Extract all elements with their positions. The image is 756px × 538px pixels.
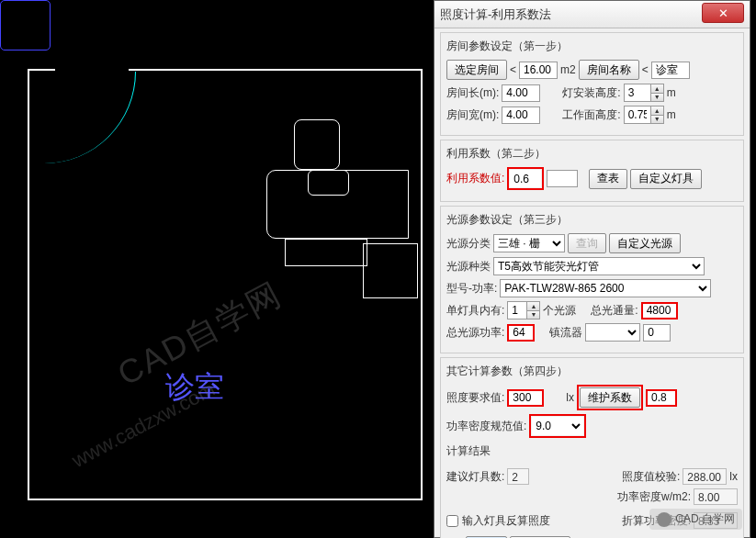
spinner-down-icon[interactable]: ▼ (650, 94, 663, 102)
work-height-input[interactable] (625, 106, 650, 123)
furniture-shelf (285, 239, 367, 266)
query-button[interactable]: 查询 (568, 233, 606, 253)
model-label: 型号-功率: (446, 281, 497, 297)
select-room-button[interactable]: 选定房间 (446, 60, 507, 80)
close-button[interactable]: ✕ (702, 3, 744, 23)
furniture-sink (0, 0, 51, 50)
ballast-label: 镇流器 (549, 325, 582, 341)
room-label: 诊室 (165, 367, 224, 408)
wechat-brand-text: CAD 自学网 (675, 511, 735, 527)
per-fixture-spinner[interactable]: ▲▼ (507, 301, 540, 319)
density-highlight: 9.0 (529, 414, 586, 438)
spinner-up-icon[interactable]: ▲ (650, 106, 663, 116)
coef-extra-input[interactable] (547, 170, 578, 187)
step1-section: 房间参数设定（第一步） 选定房间 < m2 房间名称 < 房间长(m): 灯安装… (440, 32, 744, 136)
results-title: 计算结果 (446, 443, 738, 459)
custom-source-button[interactable]: 自定义光源 (609, 233, 681, 253)
install-height-unit: m (667, 86, 676, 99)
work-height-label: 工作面高度: (562, 107, 620, 123)
spinner-up-icon[interactable]: ▲ (526, 302, 539, 311)
width-input[interactable] (502, 106, 540, 124)
model-select[interactable]: PAK-TLW28W-865 2600 (500, 279, 711, 297)
total-power-label: 总光源功率: (446, 325, 504, 341)
width-label: 房间宽(m): (446, 107, 499, 123)
suggest-label: 建议灯具数: (446, 469, 504, 485)
step2-title: 利用系数（第二步） (446, 146, 738, 162)
check-label: 照度值校验: (622, 469, 680, 485)
room-name-button[interactable]: 房间名称 (579, 60, 639, 80)
area-unit: m2 (560, 63, 576, 76)
source-class-select[interactable]: 三雄 · 栅 (493, 234, 565, 252)
length-label: 房间长(m): (446, 85, 499, 101)
maint-input[interactable] (646, 389, 677, 407)
step4-title: 其它计算参数（第四步） (446, 364, 738, 379)
lookup-button[interactable]: 查表 (589, 169, 627, 189)
coef-highlight (507, 167, 544, 190)
maint-button[interactable]: 维护系数 (580, 387, 640, 408)
total-flux-input[interactable] (641, 302, 678, 319)
wechat-icon (657, 512, 671, 527)
cad-drawing-area: 诊室 CAD自学网 www.cadzxw.com (0, 0, 432, 538)
area-suffix: < (510, 63, 516, 76)
furniture-chair (294, 119, 340, 170)
lighting-calc-dialog: 照度计算-利用系数法 ✕ 房间参数设定（第一步） 选定房间 < m2 房间名称 … (434, 0, 750, 538)
titlebar[interactable]: 照度计算-利用系数法 ✕ (434, 1, 750, 28)
spinner-down-icon[interactable]: ▼ (650, 116, 663, 124)
furniture-cabinet (363, 243, 418, 298)
dialog-title: 照度计算-利用系数法 (440, 6, 551, 23)
suggest-value: 2 (507, 468, 529, 485)
coef-label: 利用系数值: (446, 171, 504, 186)
pd-label: 功率密度w/m2: (617, 489, 691, 505)
pd-value: 8.00 (694, 488, 738, 505)
total-flux-label: 总光通量: (591, 303, 638, 319)
coef-input[interactable] (510, 170, 541, 187)
maint-highlight: 维护系数 (577, 385, 643, 410)
density-label: 功率密度规范值: (446, 419, 526, 434)
work-height-unit: m (667, 108, 676, 121)
area-input[interactable] (519, 62, 558, 79)
source-type-label: 光源种类 (446, 259, 491, 275)
check-unit: lx (729, 470, 738, 483)
check-value: 288.00 (683, 468, 727, 485)
spinner-up-icon[interactable]: ▲ (650, 84, 663, 94)
install-height-input[interactable] (625, 84, 650, 101)
density-select[interactable]: 9.0 (532, 417, 583, 435)
step3-title: 光源参数设定（第三步） (446, 212, 738, 228)
per-fixture-label: 单灯具内有: (446, 303, 504, 319)
ballast-select[interactable] (585, 323, 640, 342)
total-power-input[interactable] (507, 324, 535, 342)
illum-unit: lx (566, 391, 574, 404)
per-fixture-input[interactable] (508, 302, 526, 319)
wechat-brand-overlay: CAD 自学网 (649, 509, 742, 530)
install-height-label: 灯安装高度: (562, 85, 620, 101)
reverse-checkbox[interactable] (446, 515, 458, 527)
step1-title: 房间参数设定（第一步） (446, 39, 738, 54)
length-input[interactable] (502, 84, 540, 102)
spinner-down-icon[interactable]: ▼ (526, 311, 539, 319)
room-name-suffix: < (642, 63, 649, 76)
illum-req-label: 照度要求值: (446, 390, 504, 406)
close-icon: ✕ (718, 6, 728, 20)
reverse-label: 输入灯具反算照度 (462, 513, 550, 529)
step2-section: 利用系数（第二步） 利用系数值: 查表 自定义灯具 (440, 140, 744, 202)
source-class-label: 光源分类 (446, 236, 491, 252)
step3-section: 光源参数设定（第三步） 光源分类 三雄 · 栅 查询 自定义光源 光源种类 T5… (440, 206, 744, 353)
furniture-seat (308, 170, 349, 196)
custom-fixture-button[interactable]: 自定义灯具 (630, 169, 702, 189)
ballast-value-input[interactable] (643, 324, 671, 342)
work-height-spinner[interactable]: ▲▼ (624, 106, 664, 124)
install-height-spinner[interactable]: ▲▼ (624, 84, 664, 102)
room-name-input[interactable] (651, 62, 690, 79)
source-type-select[interactable]: T5高效节能荧光灯管 (493, 257, 705, 275)
illum-req-input[interactable] (507, 389, 544, 407)
per-fixture-unit: 个光源 (543, 303, 576, 319)
